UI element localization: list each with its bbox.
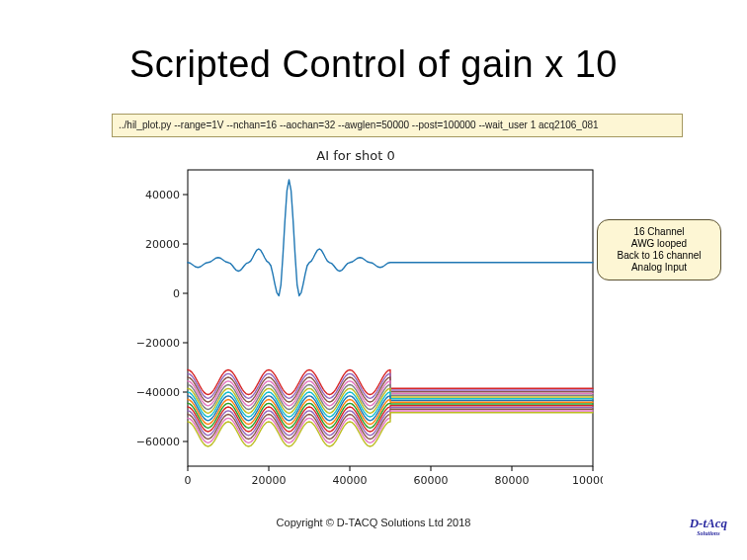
- svg-text:20000: 20000: [145, 238, 180, 251]
- svg-text:40000: 40000: [333, 474, 368, 487]
- svg-text:−40000: −40000: [136, 386, 180, 399]
- copyright-footer: Copyright © D-TACQ Solutions Ltd 2018: [0, 517, 747, 528]
- command-line-box: ../hil_plot.py --range=1V --nchan=16 --a…: [112, 114, 683, 137]
- svg-text:40000: 40000: [145, 189, 180, 201]
- chart-title: AI for shot 0: [109, 148, 603, 163]
- svg-text:80000: 80000: [495, 474, 530, 487]
- page-title: Scripted Control of gain x 10: [0, 43, 747, 86]
- brand-logo: D-tAcq Solutions: [690, 519, 727, 538]
- svg-text:0: 0: [185, 474, 192, 487]
- callout-line: AWG looped: [602, 238, 716, 250]
- svg-text:0: 0: [173, 287, 180, 300]
- callout-line: 16 Channel: [602, 226, 716, 238]
- chart-svg: −60000−40000−200000200004000002000040000…: [109, 166, 603, 504]
- svg-text:−20000: −20000: [136, 337, 180, 350]
- callout-box: 16 Channel AWG looped Back to 16 channel…: [597, 219, 721, 280]
- svg-text:60000: 60000: [414, 474, 449, 487]
- callout-line: Back to 16 channel: [602, 250, 716, 262]
- svg-text:20000: 20000: [252, 474, 287, 487]
- callout-line: Analog Input: [602, 262, 716, 274]
- chart-container: AI for shot 0 −60000−40000−2000002000040…: [109, 148, 603, 504]
- svg-text:−60000: −60000: [136, 436, 180, 448]
- svg-text:100000: 100000: [572, 474, 603, 487]
